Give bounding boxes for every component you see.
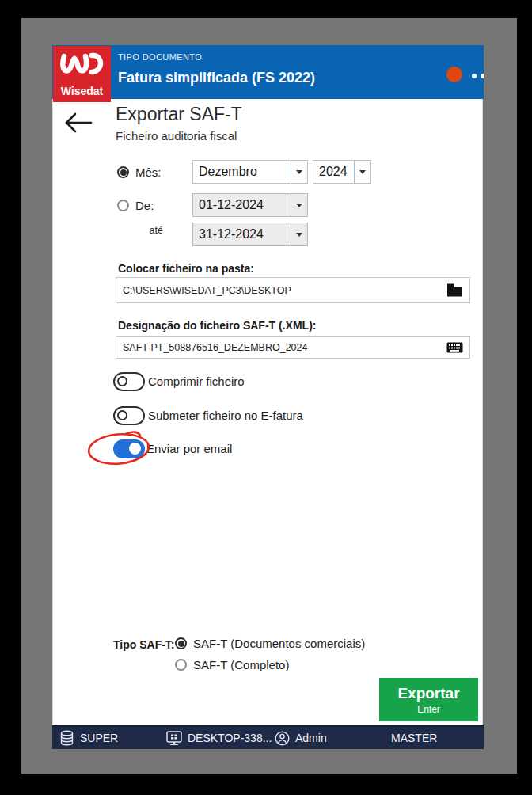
date-range-label: De: <box>135 199 154 212</box>
document-type-kicker: TIPO DOCUMENTO <box>118 52 202 62</box>
database-name: SUPER <box>80 732 118 744</box>
overflow-dot-icon[interactable] <box>472 74 477 78</box>
to-date-value: 31-12-2024 <box>193 223 291 245</box>
database-icon <box>59 730 74 746</box>
month-select-value: Dezembro <box>193 161 291 183</box>
export-button-label: Exportar <box>379 685 478 702</box>
back-arrow-icon[interactable] <box>63 111 94 135</box>
radio-month-mode[interactable] <box>117 166 129 178</box>
saft-commercial-label: SAF-T (Documentos comerciais) <box>193 637 365 650</box>
wisedat-logo-label: Wisedat <box>53 85 111 97</box>
user-name: Admin <box>295 732 327 744</box>
toggle-compress-file[interactable] <box>113 372 145 391</box>
export-button[interactable]: Exportar Enter <box>379 678 478 721</box>
year-select-dropdown-button[interactable] <box>354 161 370 183</box>
app-window: TIPO DOCUMENTO Fatura simplificada (FS 2… <box>52 45 483 748</box>
toggle-knob <box>129 443 141 455</box>
connection-status-dot <box>446 67 462 82</box>
toggle-compress-label: Comprimir ficheiro <box>148 375 245 388</box>
statusbar-user[interactable]: Admin <box>275 727 327 749</box>
toggle-knob <box>117 410 127 420</box>
month-select[interactable]: Dezembro <box>192 160 308 184</box>
filename-label: Designação do ficheiro SAF-T (.XML): <box>118 319 316 332</box>
saft-type-label: Tipo SAF-T: <box>113 638 169 651</box>
export-button-shortcut: Enter <box>379 704 478 715</box>
filename-input[interactable]: SAFT-PT_508876516_DEZEMBRO_2024 <box>116 336 470 359</box>
toggle-knob <box>117 376 127 386</box>
year-select[interactable]: 2024 <box>313 160 371 184</box>
keyboard-icon[interactable] <box>446 342 463 353</box>
statusbar-license[interactable]: MASTER <box>391 727 437 749</box>
chevron-down-icon <box>296 233 302 237</box>
year-select-value: 2024 <box>314 161 354 183</box>
statusbar-computer[interactable]: DESKTOP-338... <box>166 727 272 749</box>
chevron-down-icon <box>296 204 302 207</box>
toggle-submit-efatura[interactable] <box>113 406 145 425</box>
wisedat-logo-icon <box>59 51 104 77</box>
folder-path-input[interactable]: C:\USERS\WISEDAT_PC3\DESKTOP <box>116 277 470 303</box>
page-title: Exportar SAF-T <box>116 104 242 125</box>
status-bar: SUPER DESKTOP-338... <box>52 725 484 749</box>
until-label: até <box>128 225 163 236</box>
from-date-dropdown-button[interactable] <box>291 194 307 216</box>
radio-saft-complete[interactable] <box>175 659 187 671</box>
from-date-select[interactable]: 01-12-2024 <box>192 193 308 217</box>
title-bar-content: TIPO DOCUMENTO Fatura simplificada (FS 2… <box>52 45 484 99</box>
toggle-submit-efatura-label: Submeter ficheiro no E-fatura <box>148 409 303 422</box>
to-date-select[interactable]: 31-12-2024 <box>192 223 308 246</box>
license-name: MASTER <box>391 732 437 744</box>
radio-saft-commercial[interactable] <box>175 637 187 649</box>
month-mode-label: Mês: <box>135 165 162 179</box>
title-bar: TIPO DOCUMENTO Fatura simplificada (FS 2… <box>52 45 484 99</box>
wisedat-logo: Wisedat <box>53 46 111 102</box>
overflow-dot-icon[interactable] <box>481 74 484 78</box>
folder-icon[interactable] <box>446 283 463 297</box>
from-date-value: 01-12-2024 <box>193 194 291 216</box>
toggle-send-email-label: Enviar por email <box>146 442 232 455</box>
document-type-title: Fatura simplificada (FS 2022) <box>118 70 315 86</box>
chevron-down-icon <box>359 170 366 174</box>
radio-date-range-mode[interactable] <box>117 200 129 211</box>
chevron-down-icon <box>296 170 302 174</box>
page-subtitle: Ficheiro auditoria fiscal <box>116 129 237 143</box>
filename-value: SAFT-PT_508876516_DEZEMBRO_2024 <box>116 342 446 353</box>
month-select-dropdown-button[interactable] <box>291 161 307 183</box>
to-date-dropdown-button[interactable] <box>291 223 307 245</box>
statusbar-database[interactable]: SUPER <box>59 727 118 749</box>
toggle-send-email[interactable] <box>113 439 145 458</box>
user-icon <box>275 731 290 746</box>
folder-path-value: C:\USERS\WISEDAT_PC3\DESKTOP <box>116 285 446 296</box>
saft-complete-label: SAF-T (Completo) <box>193 658 289 671</box>
computer-name: DESKTOP-338... <box>188 732 272 744</box>
monitor-icon <box>166 731 182 746</box>
folder-label: Colocar ficheiro na pasta: <box>118 262 254 275</box>
